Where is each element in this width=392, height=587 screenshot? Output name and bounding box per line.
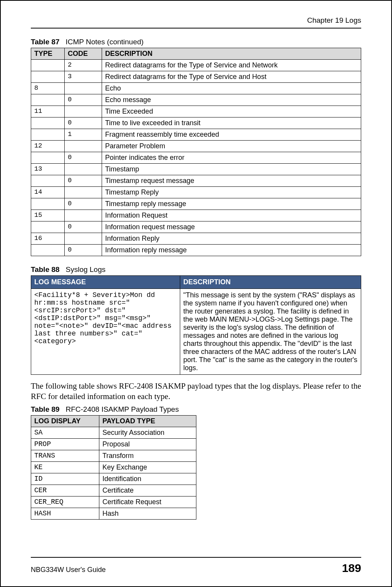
table-row: 14Timestamp Reply — [31, 187, 361, 198]
table87-cell-code: 3 — [65, 71, 102, 83]
table87-cell-type: 14 — [31, 187, 65, 198]
table-row: 0Timestamp request message — [31, 175, 361, 187]
table89-cell-type: Identification — [99, 473, 196, 485]
table89-header-type: PAYLOAD TYPE — [99, 415, 196, 427]
table87-cell-code — [65, 141, 102, 152]
table-row: 13Timestamp — [31, 164, 361, 175]
table-row: 0Timestamp reply message — [31, 198, 361, 210]
table88-caption-num: Table 88 — [31, 265, 60, 273]
table-row: <Facility*8 + Severity>Mon dd hr:mm:ss h… — [31, 289, 361, 375]
table88-caption-title: Syslog Logs — [65, 265, 106, 273]
table87-cell-code: 0 — [65, 94, 102, 106]
table89-cell-disp: HASH — [31, 508, 99, 519]
table87-cell-type: 11 — [31, 106, 65, 117]
table87-header-code: CODE — [65, 48, 102, 60]
table89-cell-type: Key Exchange — [99, 461, 196, 473]
table87-cell-code: 2 — [65, 60, 102, 71]
table87-cell-desc: Redirect datagrams for the Type of Servi… — [102, 60, 361, 71]
table89-header-disp: LOG DISPLAY — [31, 415, 99, 427]
footer-guide-label: NBG334W User's Guide — [31, 566, 106, 574]
table87-caption-title: ICMP Notes (continued) — [65, 38, 143, 46]
table89-cell-type: Certificate — [99, 485, 196, 496]
table89-cell-disp: KE — [31, 461, 99, 473]
table87-cell-desc: Time to live exceeded in transit — [102, 117, 361, 129]
table89: LOG DISPLAY PAYLOAD TYPE SASecurity Asso… — [31, 415, 196, 520]
table87-cell-code — [65, 187, 102, 198]
table-row: 15Information Request — [31, 210, 361, 221]
table87-cell-desc: Timestamp Reply — [102, 187, 361, 198]
table87-cell-code — [65, 106, 102, 117]
table-row: 3Redirect datagrams for the Type of Serv… — [31, 71, 361, 83]
table87-cell-desc: Information Reply — [102, 233, 361, 245]
table87-cell-desc: Pointer indicates the error — [102, 152, 361, 164]
table89-cell-disp: CER — [31, 485, 99, 496]
table-row: 16Information Reply — [31, 233, 361, 245]
table87-cell-code: 1 — [65, 129, 102, 141]
table89-cell-disp: ID — [31, 473, 99, 485]
table87-header-desc: DESCRIPTION — [102, 48, 361, 60]
header-rule — [31, 28, 361, 29]
table87-cell-type — [31, 221, 65, 233]
table-row: 0Information reply message — [31, 245, 361, 256]
table88-caption: Table 88 Syslog Logs — [31, 265, 361, 274]
table-row: SASecurity Association — [31, 427, 196, 438]
table89-caption-num: Table 89 — [31, 405, 60, 413]
table-row: HASHHash — [31, 508, 196, 519]
footer-page-number: 189 — [342, 562, 361, 575]
table88-cell-msg: <Facility*8 + Severity>Mon dd hr:mm:ss h… — [31, 289, 180, 375]
table87-cell-desc: Fragment reassembly time exceeded — [102, 129, 361, 141]
table87-cell-code: 0 — [65, 175, 102, 187]
table87-cell-type — [31, 198, 65, 210]
table87-cell-desc: Timestamp reply message — [102, 198, 361, 210]
table87-cell-desc: Redirect datagrams for the Type of Servi… — [102, 71, 361, 83]
table89-cell-type: Transform — [99, 450, 196, 461]
table87-cell-desc: Timestamp request message — [102, 175, 361, 187]
table87-header-type: TYPE — [31, 48, 65, 60]
table-row: 8Echo — [31, 83, 361, 94]
table89-cell-type: Proposal — [99, 438, 196, 450]
footer-rule — [31, 557, 361, 558]
table87-cell-desc: Timestamp — [102, 164, 361, 175]
table87-cell-code — [65, 83, 102, 94]
table87-caption-num: Table 87 — [31, 38, 60, 46]
table87-cell-code — [65, 164, 102, 175]
table87-cell-code: 0 — [65, 152, 102, 164]
table87-cell-desc: Information Request — [102, 210, 361, 221]
table89-cell-disp: PROP — [31, 438, 99, 450]
table87-cell-code: 0 — [65, 245, 102, 256]
table-row: CERCertificate — [31, 485, 196, 496]
table87-cell-desc: Information reply message — [102, 245, 361, 256]
table87-cell-desc: Time Exceeded — [102, 106, 361, 117]
table87-cell-type: 13 — [31, 164, 65, 175]
table-row: IDIdentification — [31, 473, 196, 485]
table87-cell-type: 12 — [31, 141, 65, 152]
table-row: 2Redirect datagrams for the Type of Serv… — [31, 60, 361, 71]
table87-cell-code — [65, 233, 102, 245]
table89-cell-type: Certificate Request — [99, 496, 196, 508]
table87: TYPE CODE DESCRIPTION 2Redirect datagram… — [31, 48, 361, 256]
table87-cell-code: 0 — [65, 198, 102, 210]
table87-cell-type: 15 — [31, 210, 65, 221]
table-row: 0Time to live exceeded in transit — [31, 117, 361, 129]
table89-cell-disp: SA — [31, 427, 99, 438]
table-row: CER_REQCertificate Request — [31, 496, 196, 508]
table89-cell-disp: TRANS — [31, 450, 99, 461]
chapter-header: Chapter 19 Logs — [31, 16, 361, 25]
intro-paragraph: The following table shows RFC-2408 ISAKM… — [31, 381, 361, 402]
table87-cell-code: 0 — [65, 117, 102, 129]
table87-cell-desc: Information request message — [102, 221, 361, 233]
table87-cell-type: 8 — [31, 83, 65, 94]
table-row: 11Time Exceeded — [31, 106, 361, 117]
table87-cell-desc: Parameter Problem — [102, 141, 361, 152]
table87-cell-desc: Echo message — [102, 94, 361, 106]
table87-cell-type — [31, 117, 65, 129]
table88-cell-desc: "This message is sent by the system ("RA… — [180, 289, 361, 375]
table87-caption: Table 87 ICMP Notes (continued) — [31, 38, 361, 46]
table89-caption: Table 89 RFC-2408 ISAKMP Payload Types — [31, 405, 361, 414]
table-row: 1Fragment reassembly time exceeded — [31, 129, 361, 141]
page-footer: NBG334W User's Guide 189 — [31, 557, 361, 575]
table87-cell-type — [31, 71, 65, 83]
table88-header-msg: LOG MESSAGE — [31, 276, 180, 289]
table89-cell-type: Security Association — [99, 427, 196, 438]
table87-cell-type — [31, 60, 65, 71]
